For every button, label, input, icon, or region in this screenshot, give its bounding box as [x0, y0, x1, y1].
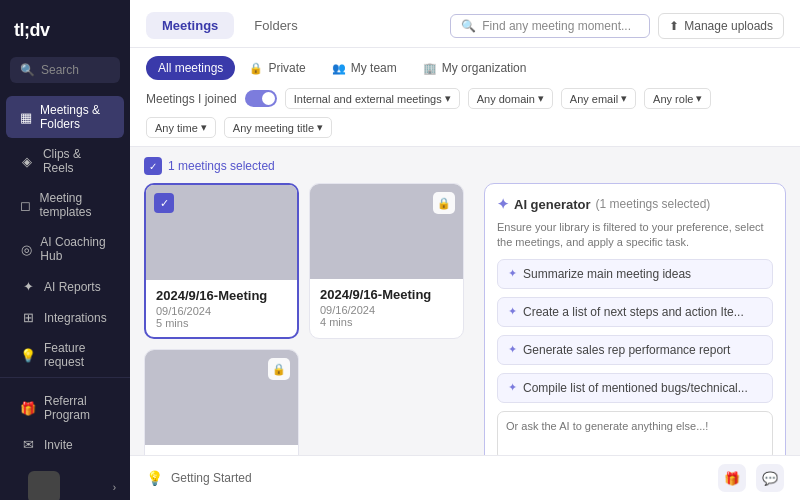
joined-label: Meetings I joined — [146, 92, 237, 106]
meeting-title-dropdown[interactable]: Any meeting title ▾ — [224, 117, 332, 138]
sidebar-item-integrations[interactable]: ⊞ Integrations — [6, 303, 124, 332]
filter-tab-private[interactable]: 🔒 Private — [237, 56, 317, 80]
meeting-date-2: 09/16/2024 — [320, 304, 453, 316]
search-button[interactable]: 🔍 Search — [10, 57, 120, 83]
referral-icon: 🎁 — [20, 401, 36, 416]
sidebar-item-meetings-folders[interactable]: ▦ Meetings & Folders — [6, 96, 124, 138]
meeting-thumbnail-1: ✓ — [146, 185, 297, 280]
time-dropdown[interactable]: Any time ▾ — [146, 117, 216, 138]
meeting-title-label: Any meeting title — [233, 122, 314, 134]
ai-selection-count: (1 meetings selected) — [596, 197, 711, 211]
sidebar-item-ai-reports[interactable]: ✦ AI Reports — [6, 272, 124, 301]
tab-folders[interactable]: Folders — [238, 12, 313, 39]
sidebar-item-feature-request[interactable]: 💡 Feature request — [6, 334, 124, 376]
meeting-card-3[interactable]: 🔒 2024/9/16-Meeting 09/16/2024 less than… — [144, 349, 299, 455]
meeting-duration-1: 5 mins — [156, 317, 287, 329]
chevron-down-icon: ▾ — [317, 121, 323, 134]
ai-generator-panel: ✦ AI generator (1 meetings selected) Ens… — [484, 183, 786, 455]
sidebar-item-label: Feature request — [44, 341, 110, 369]
find-meeting-search[interactable]: 🔍 Find any meeting moment... — [450, 14, 650, 38]
meeting-title-2: 2024/9/16-Meeting — [320, 287, 453, 302]
sidebar-item-label: AI Reports — [44, 280, 101, 294]
sidebar-item-ai-coaching[interactable]: ◎ AI Coaching Hub — [6, 228, 124, 270]
ai-option-sales[interactable]: ✦ Generate sales rep performance report — [497, 335, 773, 365]
sidebar-item-label: Clips & Reels — [43, 147, 110, 175]
selection-bar: ✓ 1 meetings selected — [144, 157, 786, 175]
sidebar-item-label: Integrations — [44, 311, 107, 325]
sidebar-item-label: Invite — [44, 438, 73, 452]
filter-tab-my-org[interactable]: 🏢 My organization — [411, 56, 539, 80]
main-tabs: Meetings Folders — [146, 12, 314, 39]
private-label: Private — [268, 61, 305, 75]
gift-button[interactable]: 🎁 — [718, 464, 746, 492]
clips-icon: ◈ — [20, 154, 35, 169]
chevron-down-icon: ▾ — [538, 92, 544, 105]
selected-count: 1 meetings selected — [168, 159, 275, 173]
internal-external-dropdown[interactable]: Internal and external meetings ▾ — [285, 88, 460, 109]
search-placeholder: Find any meeting moment... — [482, 19, 631, 33]
check-icon: ✓ — [154, 193, 174, 213]
joined-toggle[interactable] — [245, 90, 277, 107]
card-info-1: 2024/9/16-Meeting 09/16/2024 5 mins — [146, 280, 297, 337]
ai-option-icon-1: ✦ — [508, 267, 517, 280]
my-team-label: My team — [351, 61, 397, 75]
sidebar-item-invite[interactable]: ✉ Invite — [6, 430, 124, 459]
meeting-thumbnail-3: 🔒 — [145, 350, 298, 445]
role-label: Any role — [653, 93, 693, 105]
meeting-thumbnail-2: 🔒 — [310, 184, 463, 279]
ai-option-next-steps[interactable]: ✦ Create a list of next steps and action… — [497, 297, 773, 327]
getting-started-label[interactable]: Getting Started — [171, 471, 252, 485]
ai-header-label: AI generator — [514, 197, 591, 212]
org-icon: 🏢 — [423, 62, 437, 75]
upload-icon: ⬆ — [669, 19, 679, 33]
meeting-card-1[interactable]: ✓ 2024/9/16-Meeting 09/16/2024 5 mins — [144, 183, 299, 339]
sidebar-item-clips-reels[interactable]: ◈ Clips & Reels — [6, 140, 124, 182]
my-org-label: My organization — [442, 61, 527, 75]
filter-row: Meetings I joined Internal and external … — [146, 88, 784, 146]
sidebar-item-label: Meeting templates — [40, 191, 111, 219]
ai-custom-prompt[interactable] — [497, 411, 773, 455]
tab-meetings[interactable]: Meetings — [146, 12, 234, 39]
main-content: Meetings Folders 🔍 Find any meeting mome… — [130, 0, 800, 500]
filter-tab-my-team[interactable]: 👥 My team — [320, 56, 409, 80]
domain-label: Any domain — [477, 93, 535, 105]
ai-option-label-4: Compile list of mentioned bugs/technical… — [523, 381, 748, 395]
all-meetings-label: All meetings — [158, 61, 223, 75]
avatar — [28, 471, 60, 500]
domain-dropdown[interactable]: Any domain ▾ — [468, 88, 553, 109]
ai-option-summarize[interactable]: ✦ Summarize main meeting ideas — [497, 259, 773, 289]
card-info-2: 2024/9/16-Meeting 09/16/2024 4 mins — [310, 279, 463, 336]
templates-icon: ◻ — [20, 198, 32, 213]
ai-panel-header: ✦ AI generator (1 meetings selected) — [497, 196, 773, 212]
sidebar-collapse[interactable]: › — [0, 460, 130, 500]
coaching-icon: ◎ — [20, 242, 32, 257]
filter-tab-all[interactable]: All meetings — [146, 56, 235, 80]
sidebar-item-meeting-templates[interactable]: ◻ Meeting templates — [6, 184, 124, 226]
lock-icon-3: 🔒 — [268, 358, 290, 380]
email-label: Any email — [570, 93, 618, 105]
lock-icon: 🔒 — [433, 192, 455, 214]
bottom-right-actions: 🎁 💬 — [718, 464, 784, 492]
team-icon: 👥 — [332, 62, 346, 75]
filter-tabs: All meetings 🔒 Private 👥 My team 🏢 My or… — [146, 56, 784, 80]
sidebar: tl;dv 🔍 Search ▦ Meetings & Folders ◈ Cl… — [0, 0, 130, 500]
lightbulb-icon: 💡 — [146, 470, 163, 486]
sidebar-item-label: Referral Program — [44, 394, 110, 422]
ai-reports-icon: ✦ — [20, 279, 36, 294]
chevron-down-icon: ▾ — [696, 92, 702, 105]
sub-header: All meetings 🔒 Private 👥 My team 🏢 My or… — [130, 48, 800, 147]
role-dropdown[interactable]: Any role ▾ — [644, 88, 711, 109]
chevron-down-icon: ▾ — [445, 92, 451, 105]
time-label: Any time — [155, 122, 198, 134]
email-dropdown[interactable]: Any email ▾ — [561, 88, 636, 109]
chevron-down-icon: ▾ — [621, 92, 627, 105]
sidebar-item-referral[interactable]: 🎁 Referral Program — [6, 387, 124, 429]
ai-option-bugs[interactable]: ✦ Compile list of mentioned bugs/technic… — [497, 373, 773, 403]
meeting-card-2[interactable]: 🔒 2024/9/16-Meeting 09/16/2024 4 mins — [309, 183, 464, 339]
manage-uploads-button[interactable]: ⬆ Manage uploads — [658, 13, 784, 39]
ai-subtext: Ensure your library is filtered to your … — [497, 220, 773, 251]
card-info-3: 2024/9/16-Meeting 09/16/2024 less than a… — [145, 445, 298, 455]
chat-button[interactable]: 💬 — [756, 464, 784, 492]
lock-icon: 🔒 — [249, 62, 263, 75]
sidebar-item-label: Meetings & Folders — [40, 103, 110, 131]
